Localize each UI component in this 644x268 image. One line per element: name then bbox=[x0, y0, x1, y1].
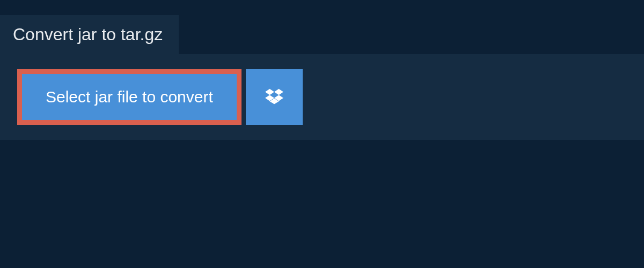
select-file-button[interactable]: Select jar file to convert bbox=[17, 69, 241, 125]
select-file-button-label: Select jar file to convert bbox=[46, 88, 213, 106]
button-row: Select jar file to convert bbox=[17, 69, 629, 125]
page-title-tab: Convert jar to tar.gz bbox=[0, 15, 179, 54]
upload-panel: Select jar file to convert bbox=[0, 54, 644, 140]
dropbox-icon bbox=[265, 87, 283, 107]
dropbox-button[interactable] bbox=[246, 69, 303, 125]
page-title: Convert jar to tar.gz bbox=[13, 25, 163, 44]
